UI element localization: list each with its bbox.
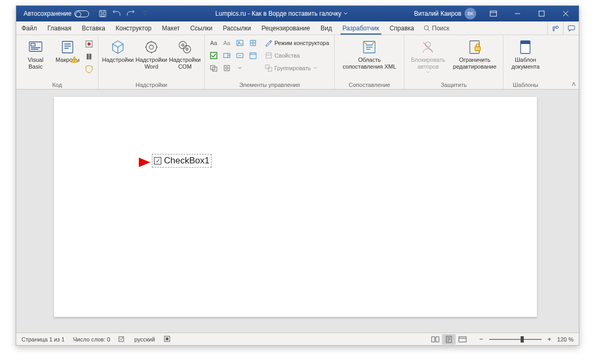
checkbox-label: CheckBox1	[164, 156, 210, 166]
tab-help[interactable]: Справка	[384, 21, 420, 35]
rich-text-control-icon[interactable]: Aa	[208, 37, 219, 49]
document-page[interactable]: ✓ CheckBox1	[54, 97, 537, 317]
combobox-control-icon[interactable]	[221, 50, 233, 61]
com-addins-button[interactable]: Надстройки COM	[169, 37, 201, 70]
redo-icon[interactable]	[127, 10, 135, 18]
group-code: Visual Basic Макросы Код	[16, 35, 98, 89]
legacy-tools-icon[interactable]	[221, 62, 233, 74]
macro-status-icon[interactable]	[163, 335, 171, 344]
svg-point-16	[179, 41, 186, 49]
legacy-dropdown-icon[interactable]	[234, 62, 246, 74]
macros-icon	[60, 38, 75, 56]
minimize-button[interactable]	[505, 6, 530, 21]
tab-layout[interactable]: Макет	[157, 21, 185, 35]
macro-security-icon[interactable]	[83, 63, 95, 75]
user-account[interactable]: Виталий Каиров ВК	[414, 8, 476, 19]
building-block-control-icon[interactable]	[247, 37, 259, 49]
tab-review[interactable]: Рецензирование	[256, 21, 315, 35]
zoom-control: − + 120 %	[478, 336, 574, 343]
status-words[interactable]: Число слов: 0	[73, 336, 110, 343]
tab-mailings[interactable]: Рассылки	[217, 21, 256, 35]
repeating-control-icon[interactable]	[208, 62, 219, 74]
read-mode-icon[interactable]	[428, 334, 442, 345]
svg-rect-8	[62, 41, 73, 53]
xml-mapping-button[interactable]: Область сопоставления XML	[338, 37, 401, 70]
avatar: ВК	[465, 8, 476, 19]
svg-rect-31	[266, 65, 269, 69]
tab-file[interactable]: Файл	[16, 21, 42, 35]
record-macro-icon[interactable]	[83, 38, 95, 50]
status-language[interactable]: русский	[134, 336, 155, 343]
dropdown-control-icon[interactable]	[234, 50, 246, 61]
group-button[interactable]: Группировать	[263, 62, 331, 74]
tab-insert[interactable]: Вставка	[76, 21, 111, 35]
word-addins-icon	[144, 38, 159, 56]
svg-point-11	[87, 42, 91, 46]
visual-basic-button[interactable]: Visual Basic	[19, 37, 52, 70]
print-layout-icon[interactable]	[442, 334, 456, 345]
tab-developer[interactable]: Разработчик	[337, 21, 384, 35]
ribbon-tabs: Файл Главная Вставка Конструктор Макет С…	[16, 21, 579, 35]
word-addins-button[interactable]: Надстройки Word	[135, 37, 168, 70]
tab-design[interactable]: Конструктор	[111, 21, 157, 35]
svg-rect-13	[90, 54, 91, 59]
qat-dropdown-icon[interactable]	[141, 10, 149, 18]
save-icon[interactable]	[98, 10, 106, 18]
svg-rect-12	[87, 54, 89, 59]
document-area: ✓ CheckBox1	[16, 90, 579, 333]
group-addins: Надстройки Надстройки Word Надстройки CO…	[98, 35, 205, 89]
tell-me-search[interactable]: Поиск	[420, 21, 454, 35]
document-template-button[interactable]: W Шаблон документа	[506, 37, 544, 70]
svg-point-19	[186, 48, 188, 50]
zoom-level[interactable]: 120 %	[557, 336, 574, 343]
svg-rect-5	[568, 26, 575, 30]
svg-rect-2	[490, 11, 497, 16]
comments-button[interactable]	[563, 21, 579, 35]
checkbox-checked-icon: ✓	[154, 157, 161, 164]
spellcheck-icon[interactable]	[118, 335, 126, 344]
zoom-slider[interactable]	[489, 339, 542, 340]
xml-mapping-icon	[361, 38, 377, 56]
user-name: Виталий Каиров	[414, 10, 461, 17]
web-layout-icon[interactable]	[456, 334, 469, 345]
svg-point-17	[183, 46, 191, 53]
picture-control-icon[interactable]	[234, 37, 246, 49]
svg-point-18	[182, 44, 184, 46]
macros-button[interactable]: Макросы	[53, 37, 82, 63]
tab-home[interactable]: Главная	[42, 21, 77, 35]
collapse-ribbon-icon[interactable]: ᐱ	[572, 82, 576, 87]
zoom-out-button[interactable]: −	[478, 336, 485, 343]
plain-text-control-icon[interactable]: Aa	[221, 37, 233, 49]
zoom-in-button[interactable]: +	[546, 336, 553, 343]
group-templates: W Шаблон документа Шаблоны	[503, 35, 547, 89]
checkbox-activex-control[interactable]: ✓ CheckBox1	[152, 154, 212, 168]
addins-icon	[110, 38, 126, 56]
toggle-off-icon	[74, 10, 89, 17]
maximize-button[interactable]	[530, 6, 554, 21]
tab-view[interactable]: Вид	[315, 21, 337, 35]
svg-rect-29	[224, 65, 229, 71]
close-button[interactable]	[554, 6, 578, 21]
group-mapping: Область сопоставления XML Сопоставление	[335, 35, 404, 89]
svg-rect-3	[539, 11, 544, 16]
svg-rect-44	[459, 337, 466, 342]
undo-icon[interactable]	[113, 10, 120, 18]
autosave-toggle[interactable]: Автосохранение	[24, 10, 89, 17]
svg-rect-32	[268, 68, 272, 71]
svg-rect-1	[101, 14, 104, 16]
share-button[interactable]	[547, 21, 563, 35]
tab-references[interactable]: Ссылки	[185, 21, 217, 35]
date-control-icon[interactable]	[247, 50, 259, 61]
ribbon-display-options[interactable]	[481, 6, 505, 21]
group-controls: Aa Aa	[205, 35, 335, 89]
svg-text:W: W	[524, 41, 527, 44]
properties-button[interactable]: Свойства	[263, 50, 331, 61]
pause-macro-icon[interactable]	[83, 51, 95, 62]
svg-point-4	[424, 26, 428, 30]
design-mode-button[interactable]: Режим конструктора	[263, 37, 331, 49]
restrict-editing-button[interactable]: Ограничить редактирование	[449, 37, 500, 70]
checkbox-control-icon[interactable]	[208, 50, 219, 61]
addins-button[interactable]: Надстройки	[102, 37, 134, 63]
word-window: Автосохранение Lumpics.ru - Как в Ворде …	[16, 5, 579, 346]
status-page[interactable]: Страница 1 из 1	[21, 336, 64, 343]
